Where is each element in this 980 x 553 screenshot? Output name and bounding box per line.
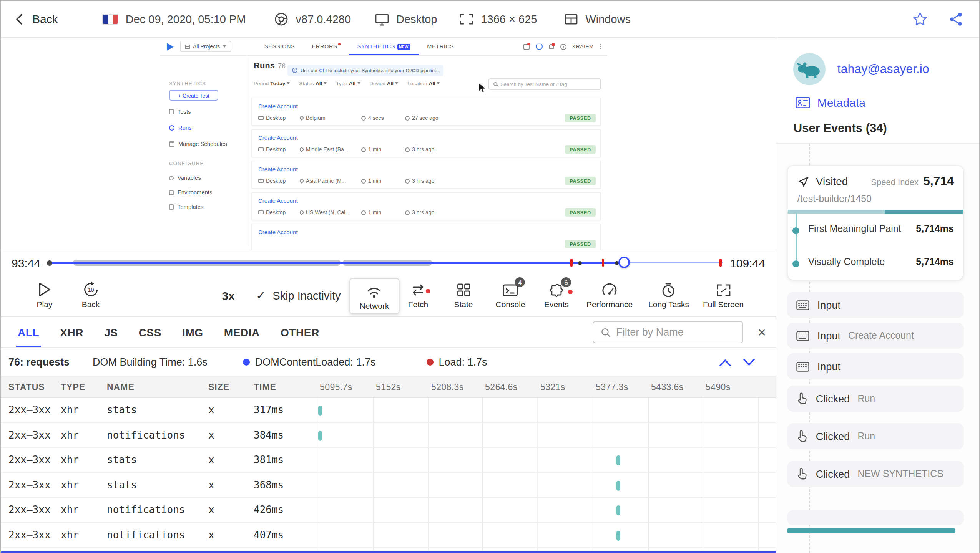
network-row[interactable]: 2xx–3xxxhrstatsx381ms [1, 448, 776, 473]
play-button[interactable]: Play [37, 281, 53, 309]
click-event-card[interactable]: Clicked Run [787, 386, 964, 412]
network-panel: ALL XHR JS CSS IMG MEDIA OTHER × 76: req… [1, 317, 776, 553]
network-tab-js[interactable]: JS [104, 326, 118, 338]
time-ago-icon [405, 179, 410, 183]
run-list-item: Create Account Desktop Belgium 4 secs 27… [251, 98, 601, 126]
cli-banner: i Use our CLI to include your Synthetics… [287, 65, 443, 76]
request-timing-mark [318, 406, 322, 416]
status-badge: PASSED [565, 240, 596, 248]
fetch-toggle[interactable]: Fetch [408, 281, 429, 309]
horizontal-scrollbar[interactable] [1, 551, 776, 553]
click-event-card[interactable]: Clicked NEW SYNTHETICS [787, 461, 964, 487]
kebab-menu-icon [600, 44, 601, 50]
input-event-card[interactable]: Input Create Account [787, 323, 964, 349]
replay-project-selector: All Projects [180, 41, 231, 52]
input-event-card[interactable]: Input [787, 292, 964, 318]
visited-event-card[interactable]: Visited Speed Index 5,714 /test-builder/… [787, 165, 964, 280]
state-toggle[interactable]: State [454, 281, 473, 309]
replay-user-name: KRAIEM [572, 44, 594, 49]
input-event-card[interactable]: Input [787, 353, 964, 379]
sidebar-item-variables: Variables [169, 174, 201, 181]
network-tab-other[interactable]: OTHER [281, 326, 319, 338]
windows-icon [563, 12, 578, 26]
skip-inactivity-toggle[interactable]: ✓ Skip Inactivity [256, 289, 341, 303]
network-row[interactable]: 2xx–3xxxhrstatsx317ms [1, 398, 776, 423]
console-toggle[interactable]: 4 Console [495, 281, 525, 309]
speed-index-bar [788, 210, 963, 214]
status-badge: PASSED [565, 177, 596, 185]
gear-icon [560, 43, 566, 50]
bell-icon [548, 44, 554, 49]
network-tab-all[interactable]: ALL [18, 326, 39, 338]
speed-button[interactable]: 3x [222, 289, 234, 302]
session-date-text: Dec 09, 2020, 05:10 PM [126, 13, 246, 25]
events-toggle[interactable]: 6 Events [544, 281, 569, 309]
run-name-link: Create Account [258, 197, 298, 204]
navigate-icon [797, 175, 810, 187]
pointer-icon [797, 468, 808, 480]
request-timing-mark [616, 505, 620, 515]
network-toggle[interactable]: Network [349, 278, 399, 314]
filter-status: StatusAll [299, 81, 327, 86]
back-button[interactable]: Back [13, 12, 58, 26]
click-event-card[interactable]: Clicked Run [787, 423, 964, 449]
keyboard-icon [797, 300, 810, 310]
filter-location: LocationAll [407, 81, 440, 86]
run-list-item: Create Account Desktop Middle East (Ba..… [251, 129, 601, 157]
location-pin-icon [299, 115, 304, 121]
keyboard-icon [797, 331, 810, 341]
time-ago-icon [405, 210, 410, 215]
replay-app-navbar: All Projects SESSIONS ERRORS SYNTHETICSN… [160, 38, 607, 56]
runs-count: 76 [278, 62, 286, 70]
metadata-link[interactable]: Metadata [796, 96, 979, 109]
device-type-text: Desktop [396, 13, 437, 25]
environments-icon [169, 190, 174, 195]
network-row[interactable]: 2xx–3xxxhrnotificationsx426ms [1, 498, 776, 523]
create-test-button: + Create Test [169, 90, 218, 101]
jump-down-icon[interactable] [743, 358, 756, 367]
visited-url: /test-builder/1450 [797, 194, 872, 204]
network-row[interactable]: 2xx–3xxxhrnotificationsx384ms [1, 423, 776, 448]
jump-up-icon[interactable] [719, 358, 732, 367]
check-icon: ✓ [256, 289, 266, 303]
info-icon: i [292, 68, 297, 73]
speed-index-bar-partial [787, 528, 955, 533]
duration-icon [361, 179, 366, 183]
integrations-icon [523, 43, 529, 50]
network-tab-xhr[interactable]: XHR [60, 326, 83, 338]
performance-toggle[interactable]: Performance [586, 281, 633, 309]
replay-tab-metrics: METRICS [419, 38, 462, 55]
screen-resolution: 1366 × 625 [458, 12, 537, 26]
network-tab-img[interactable]: IMG [182, 326, 203, 338]
network-tab-media[interactable]: MEDIA [224, 326, 260, 338]
network-filter-input[interactable] [616, 326, 736, 338]
replay-viewport[interactable]: All Projects SESSIONS ERRORS SYNTHETICSN… [1, 38, 776, 250]
seek-track[interactable] [48, 256, 722, 270]
favorite-star-icon[interactable] [912, 10, 929, 27]
network-row[interactable]: 2xx–3xxxhrstatsx368ms [1, 473, 776, 498]
location-pin-icon [299, 178, 304, 184]
replay-search-input: Search by Test Name or #Tag [488, 78, 601, 90]
back-10s-button[interactable]: 10 Back [82, 281, 100, 309]
duration-icon [361, 210, 366, 215]
user-events-title: User Events (34) [794, 121, 979, 135]
sidebar-item-runs: Runs [169, 124, 192, 131]
sidebar-section-configure: CONFIGURE [169, 161, 204, 166]
network-row[interactable]: 2xx–3xxxhrnotificationsx407ms [1, 523, 776, 548]
status-badge: PASSED [565, 208, 596, 217]
share-icon[interactable] [948, 11, 964, 26]
run-name-link: Create Account [258, 229, 298, 236]
desktop-icon [258, 210, 264, 214]
run-name-link: Create Account [258, 166, 298, 173]
long-tasks-toggle[interactable]: Long Tasks [648, 281, 689, 309]
close-icon[interactable]: × [758, 325, 766, 339]
network-icon [365, 284, 384, 300]
event-card-partial[interactable] [787, 510, 964, 525]
network-tab-css[interactable]: CSS [139, 326, 161, 338]
playhead[interactable] [619, 257, 630, 268]
fullscreen-button[interactable]: Full Screen [703, 281, 744, 309]
run-list: Create Account Desktop Belgium 4 secs 27… [251, 98, 601, 250]
fullscreen-icon [715, 283, 732, 298]
play-icon [37, 281, 52, 298]
network-table-body: 2xx–3xxxhrstatsx317ms 2xx–3xxxhrnotifica… [1, 398, 776, 553]
